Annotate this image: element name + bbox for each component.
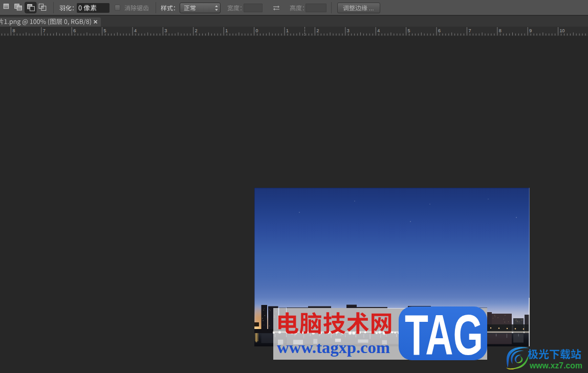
svg-text:TAG: TAG (405, 306, 483, 365)
svg-text:www.tagxp.com: www.tagxp.com (277, 339, 390, 357)
svg-text:www.xz7.com: www.xz7.com (530, 361, 582, 370)
